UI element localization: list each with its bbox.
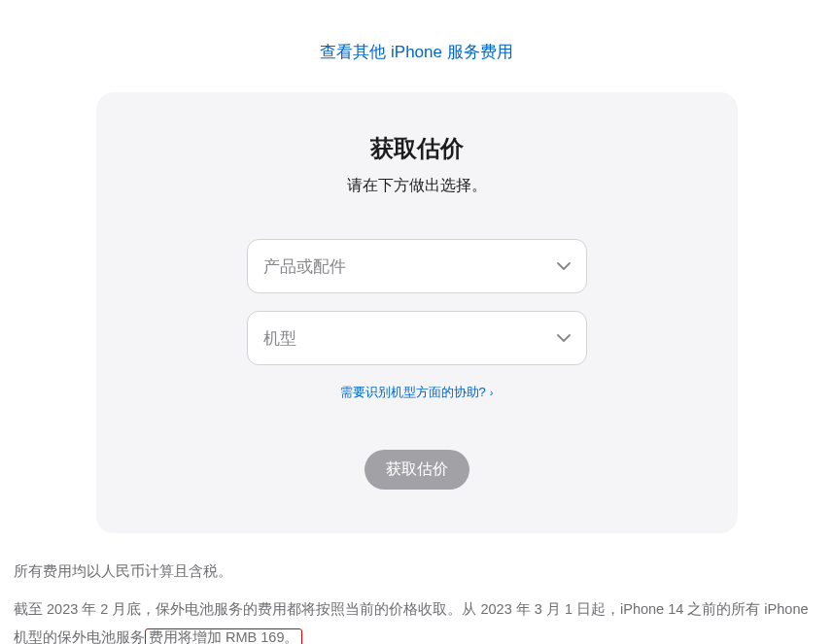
- help-link-container: 需要识别机型方面的协助?›: [135, 383, 699, 401]
- chevron-right-icon: ›: [490, 387, 494, 398]
- help-link-text: 需要识别机型方面的协助?: [340, 385, 486, 399]
- card-subtitle: 请在下方做出选择。: [135, 176, 699, 196]
- get-estimate-button[interactable]: 获取估价: [364, 450, 469, 490]
- product-select-wrapper: 产品或配件: [247, 239, 587, 293]
- footer-line-2: 截至 2023 年 2 月底，保外电池服务的费用都将按照当前的价格收取。从 20…: [14, 595, 819, 644]
- footer-line-1: 所有费用均以人民币计算且含税。: [14, 558, 819, 586]
- estimate-card: 获取估价 请在下方做出选择。 产品或配件 机型 需要识别机型方面的协助?›: [96, 92, 738, 533]
- chevron-down-icon: [557, 334, 571, 343]
- chevron-down-icon: [557, 262, 571, 271]
- price-increase-highlight: 费用将增加 RMB 169。: [145, 628, 302, 644]
- top-link-container: 查看其他 iPhone 服务费用: [10, 0, 823, 92]
- model-select-wrapper: 机型: [247, 311, 587, 365]
- model-select-placeholder: 机型: [263, 327, 296, 350]
- footer-notes: 所有费用均以人民币计算且含税。 截至 2023 年 2 月底，保外电池服务的费用…: [10, 533, 823, 644]
- identify-model-help-link[interactable]: 需要识别机型方面的协助?›: [340, 385, 494, 399]
- footer-line-2-text: 截至 2023 年 2 月底，保外电池服务的费用都将按照当前的价格收取。从 20…: [14, 601, 809, 644]
- other-services-link[interactable]: 查看其他 iPhone 服务费用: [320, 43, 512, 61]
- product-select-placeholder: 产品或配件: [263, 255, 346, 278]
- product-select[interactable]: 产品或配件: [247, 239, 587, 293]
- card-title: 获取估价: [135, 133, 699, 164]
- model-select[interactable]: 机型: [247, 311, 587, 365]
